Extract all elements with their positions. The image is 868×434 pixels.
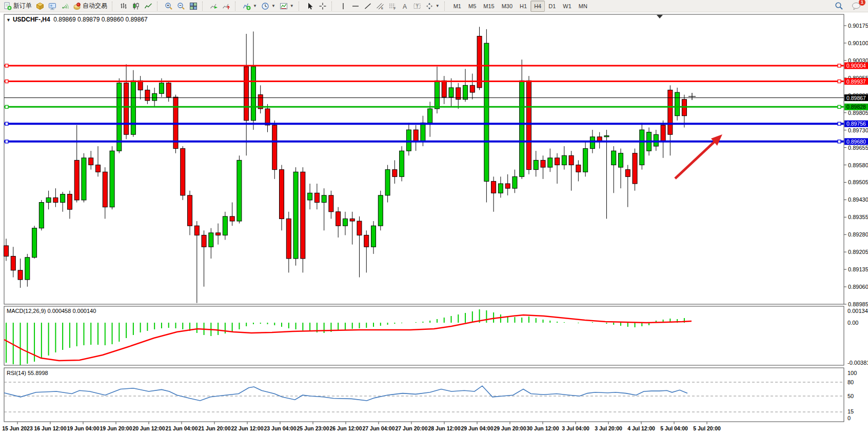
candle-body <box>350 219 354 221</box>
autotrading-icon <box>73 2 81 10</box>
timeframe-button-m30[interactable]: M30 <box>498 1 516 12</box>
macd-panel[interactable] <box>4 306 844 365</box>
indicators-button[interactable]: ▼ <box>241 1 259 12</box>
time-tick-label: 27 Jun 04:00 <box>362 425 394 431</box>
hline-button[interactable] <box>349 1 362 12</box>
chevron-down-icon: ▼ <box>271 4 275 8</box>
new-order-label: 新订单 <box>13 2 32 10</box>
time-tick-label: 27 Jun 20:00 <box>395 425 427 431</box>
rsi-axis-label: 15 <box>847 408 854 415</box>
axis-tick-label: 0.89730 <box>848 127 868 133</box>
zoom-in-button[interactable] <box>163 1 175 12</box>
candle-body <box>633 153 637 184</box>
candle-body <box>74 160 79 200</box>
trendline-button[interactable] <box>362 1 374 12</box>
candle-body <box>4 246 9 257</box>
text-icon: A <box>401 2 409 10</box>
timeframe-button-d1[interactable]: D1 <box>545 1 559 12</box>
timeframe-button-w1[interactable]: W1 <box>559 1 575 12</box>
candlestick-icon <box>132 2 140 10</box>
price-axis[interactable]: 0.901750.901000.900300.899550.898800.898… <box>844 23 868 421</box>
arrows-button[interactable]: ▼ <box>423 1 442 12</box>
line-handle[interactable] <box>838 64 841 67</box>
line-handle[interactable] <box>838 140 841 143</box>
line-handle[interactable] <box>5 64 8 67</box>
new-order-icon <box>4 2 12 10</box>
toolbar-separator <box>112 2 115 11</box>
timeframe-bar: M1M5M15M30H1H4D1W1MN <box>448 1 593 12</box>
main-panel[interactable] <box>4 14 844 304</box>
candle-body <box>96 165 101 172</box>
crosshair-button[interactable] <box>317 1 329 12</box>
timeframe-button-h4[interactable]: H4 <box>530 1 545 12</box>
bar-chart-button[interactable] <box>117 1 130 12</box>
time-tick-label: 3 Jul 20:00 <box>595 425 622 431</box>
collapse-triangle-icon: ▼ <box>6 17 11 23</box>
time-tick-label: 3 Jul 04:00 <box>562 425 589 431</box>
indicators-icon <box>243 2 251 10</box>
time-tick-label: 25 Jun 23:00 <box>297 425 329 431</box>
label-button[interactable]: T <box>411 1 423 12</box>
line-handle[interactable] <box>5 105 8 108</box>
ohlc-values: 0.89869 0.89879 0.89860 0.89867 <box>53 16 148 23</box>
terminal-button[interactable] <box>46 1 58 12</box>
candle-body <box>223 216 227 235</box>
timeframe-button-m1[interactable]: M1 <box>450 1 465 12</box>
cube-button[interactable] <box>34 1 46 12</box>
chart-title[interactable]: ▼USDCHF-,H4 0.89869 0.89879 0.89860 0.89… <box>6 16 148 23</box>
time-tick-label: 29 Jun 20:00 <box>494 425 526 431</box>
rsi-axis-label: 0 <box>847 415 851 421</box>
chart-shift-button[interactable] <box>220 1 232 12</box>
chat-button[interactable]: 1 <box>850 1 863 12</box>
timeframe-button-m5[interactable]: M5 <box>465 1 480 12</box>
templates-button[interactable]: ▼ <box>278 1 296 12</box>
candle-body <box>385 170 390 195</box>
line-chart-button[interactable] <box>142 1 154 12</box>
tile-windows-button[interactable] <box>187 1 200 12</box>
line-handle[interactable] <box>838 105 841 108</box>
line-handle[interactable] <box>5 140 8 143</box>
zoom-out-button[interactable] <box>175 1 187 12</box>
rsi-panel[interactable] <box>4 368 844 422</box>
candle-body <box>611 151 616 165</box>
candle-body <box>498 184 503 193</box>
candle-body <box>61 194 65 203</box>
candle-body <box>505 184 510 188</box>
crosshair-icon <box>319 2 327 10</box>
timeframe-button-m15[interactable]: M15 <box>480 1 498 12</box>
new-order-button[interactable]: 新订单 <box>2 1 34 12</box>
cursor-button[interactable] <box>304 1 317 12</box>
candle-body <box>251 67 255 121</box>
vline-button[interactable] <box>337 1 349 12</box>
candlestick-button[interactable] <box>130 1 142 12</box>
fibonacci-button[interactable]: F <box>386 1 399 12</box>
candle-body <box>668 90 673 134</box>
line-handle[interactable] <box>5 122 8 125</box>
search-button[interactable] <box>833 1 845 12</box>
line-handle[interactable] <box>838 122 841 125</box>
text-button[interactable]: A <box>399 1 411 12</box>
price-tag-label: 0.89867 <box>846 95 866 101</box>
candle-body <box>188 195 192 226</box>
axis-tick-label: 0.90175 <box>848 23 868 29</box>
candle-body <box>583 149 588 172</box>
autotrading-button[interactable]: 自动交易 <box>71 1 109 12</box>
channel-button[interactable]: E <box>374 1 386 12</box>
chart-shift-icon <box>222 2 230 10</box>
chart-canvas[interactable]: 0.901750.901000.900300.899550.898800.898… <box>0 0 868 434</box>
timeframe-button-h1[interactable]: H1 <box>516 1 530 12</box>
time-tick-label: 5 Jul 20:00 <box>693 425 721 431</box>
timeframe-button-mn[interactable]: MN <box>575 1 591 12</box>
candle-body <box>230 216 234 221</box>
axis-tick-label: 0.89355 <box>848 214 868 220</box>
periods-button[interactable]: ▼ <box>259 1 278 12</box>
signal-button[interactable] <box>58 1 71 12</box>
candle-body <box>534 160 538 169</box>
auto-scroll-button[interactable] <box>208 1 220 12</box>
line-handle[interactable] <box>838 80 841 83</box>
macd-axis-label: -0.00381 <box>847 360 868 366</box>
time-axis[interactable]: 15 Jun 202316 Jun 12:0019 Jun 04:0019 Ju… <box>2 422 721 431</box>
candle-body <box>576 165 581 172</box>
line-handle[interactable] <box>5 80 8 83</box>
axis-tick-label: 0.89655 <box>848 145 868 151</box>
